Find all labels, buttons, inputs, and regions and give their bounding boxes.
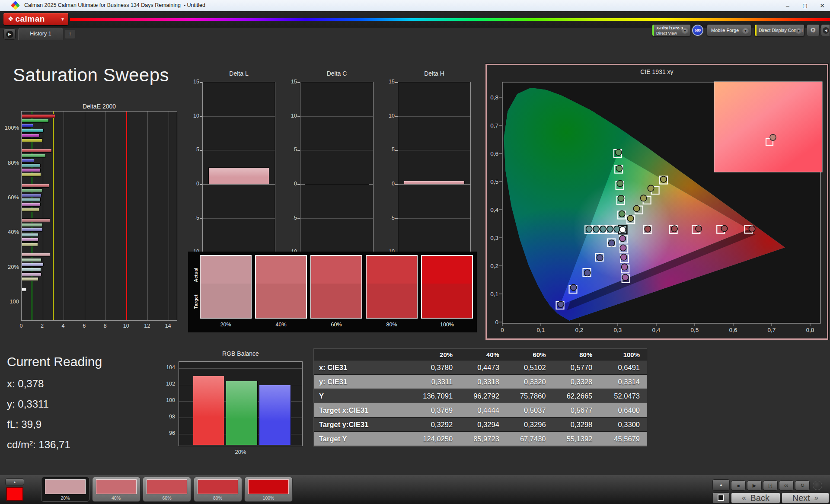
column-header: [314, 349, 413, 360]
axis-tick: [395, 218, 398, 219]
column-header: 80%: [553, 349, 600, 360]
source-dropdown[interactable]: Mobile Forge ▼: [707, 24, 751, 36]
column-header: 40%: [460, 349, 506, 360]
swatch-40%: [255, 255, 307, 319]
deltae-bar: [22, 253, 50, 257]
actual-swatch: [422, 256, 472, 284]
axis-label: 10: [121, 323, 131, 329]
reference-line: [126, 112, 127, 320]
interval-icon: [·]: [769, 483, 773, 488]
actual-target-swatch-panel: Actual Target 20%40%60%80%100%: [188, 252, 477, 332]
gridline: [300, 116, 373, 117]
stop-read-button[interactable]: ■: [731, 480, 746, 491]
table-cell: 0,3314: [599, 375, 647, 389]
table-cell: 136,7091: [413, 389, 460, 403]
measured-cyan: [607, 226, 613, 232]
back-button[interactable]: « Back: [731, 492, 780, 504]
display-control-dropdown[interactable]: Direct Display Control ▼: [754, 24, 804, 36]
deltae-chart-title: DeltaE 2000: [21, 103, 177, 110]
next-chevron-icon: »: [814, 494, 818, 502]
settings-button[interactable]: ⚙: [807, 24, 820, 36]
collapse-panel-button[interactable]: ◀: [821, 24, 830, 36]
saturation-level-button-80%[interactable]: 80%: [194, 477, 242, 502]
gridline: [169, 112, 169, 320]
target-swatch: [256, 284, 306, 318]
continuous-read-button[interactable]: ∞: [779, 480, 794, 491]
chevron-down-icon: ▼: [61, 17, 65, 22]
table-cell: 0,3780: [413, 360, 460, 374]
axis-tick: [297, 184, 300, 185]
close-icon[interactable]: ✕: [814, 0, 830, 11]
deltae-bar: [22, 119, 49, 123]
table-cell: 0,3298: [553, 418, 600, 431]
gridline: [398, 184, 470, 185]
axis-label: 12: [142, 323, 152, 329]
table-cell: 0,3320: [506, 375, 553, 389]
back-label: Back: [750, 493, 769, 503]
axis-label: -5: [382, 215, 395, 221]
row-label: x: CIE31: [314, 360, 413, 374]
results-table: 20%40%60%80%100%x: CIE310,37800,44730,51…: [313, 348, 647, 447]
minimize-icon[interactable]: –: [780, 0, 795, 11]
delta-bar: [305, 184, 369, 185]
history-panel-toggle-button[interactable]: ▶: [3, 29, 16, 40]
refresh-read-button[interactable]: ↻: [795, 480, 810, 491]
reading-fl: fL: 39,9: [7, 418, 42, 431]
table-cell: 0,3300: [599, 418, 647, 431]
axis-label: 0: [382, 181, 395, 187]
infinity-icon: ∞: [784, 482, 788, 488]
table-header-row: 20%40%60%80%100%: [314, 349, 647, 360]
axis-label: 80%: [0, 159, 19, 166]
table-cell: 0,3318: [460, 375, 506, 389]
reading-cdm2: cd/m²: 136,71: [7, 439, 70, 451]
meter-dropdown[interactable]: X-Rite i1Pro 3 Direct View ▼: [652, 24, 691, 36]
gridline: [300, 218, 373, 219]
svg-text:0,8: 0,8: [490, 94, 498, 101]
measured-magenta: [620, 245, 626, 251]
axis-label: 5: [284, 147, 297, 153]
axis-label: 0: [16, 323, 26, 329]
calman-menu-button[interactable]: ❖ calman ▼: [3, 13, 68, 25]
svg-text:0,3: 0,3: [614, 327, 622, 333]
up-arrow-icon: ▲: [13, 480, 16, 484]
target-swatch: [201, 284, 251, 318]
level-label: 20%: [42, 495, 89, 501]
actual-row-label: Actual: [193, 262, 198, 288]
meter-status-stripe: [652, 25, 654, 36]
start-read-button[interactable]: ▶: [747, 480, 762, 491]
deltae-chart: [21, 111, 177, 321]
saturation-level-button-60%[interactable]: 60%: [143, 477, 191, 502]
stop-session-button[interactable]: [712, 492, 730, 504]
row-label: Target Y: [314, 432, 413, 446]
deltae-bar: [22, 129, 44, 133]
meter-name: X-Rite i1Pro 3: [656, 26, 683, 30]
saturation-level-button-20%[interactable]: 20%: [41, 477, 89, 502]
expand-transport-button[interactable]: ▲: [712, 479, 730, 491]
interval-read-button[interactable]: [·]: [763, 480, 778, 491]
reading-y: y: 0,3311: [7, 398, 49, 410]
add-tab-button[interactable]: +: [65, 30, 75, 38]
level-label: 60%: [143, 495, 191, 501]
window-titlebar: Calman 2025 Calman Ultimate for Business…: [0, 0, 830, 11]
saturation-level-button-40%[interactable]: 40%: [92, 477, 140, 502]
axis-label: 6: [80, 323, 89, 329]
level-label: 40%: [93, 495, 140, 501]
maximize-icon[interactable]: ▢: [797, 0, 813, 11]
deltae-bar: [22, 218, 50, 222]
page-title: Saturation Sweeps: [13, 65, 169, 86]
axis-tick: [200, 116, 202, 117]
axis-label: 20%: [0, 264, 19, 270]
saturation-level-button-100%[interactable]: 100%: [244, 477, 293, 502]
table-cell: 0,4473: [460, 360, 506, 374]
meter-mode: Direct View: [656, 31, 677, 35]
swatch-20%: [200, 255, 252, 319]
swatch-label: 80%: [366, 322, 418, 328]
expand-patch-button[interactable]: ▲: [5, 478, 24, 485]
tab-history-1[interactable]: History 1: [18, 28, 63, 40]
deltae-bar: [22, 208, 39, 212]
level-swatch: [248, 479, 289, 494]
next-button[interactable]: Next »: [782, 492, 829, 504]
play-icon: ▶: [753, 483, 756, 488]
measured-blue: [597, 255, 603, 261]
axis-tick: [395, 116, 398, 117]
